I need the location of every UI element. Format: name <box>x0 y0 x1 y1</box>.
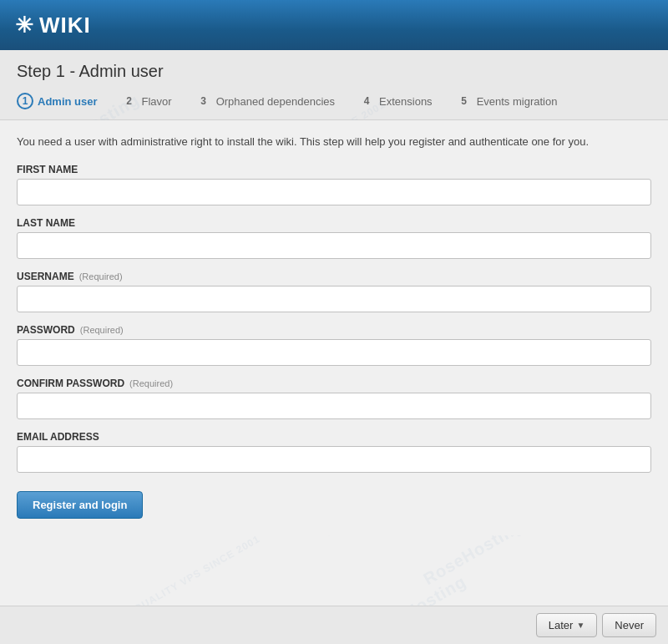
step-num: 2 <box>121 93 138 109</box>
later-label: Later <box>549 619 574 631</box>
step-item-events-migration[interactable]: 5Events migration <box>446 93 568 109</box>
step-label: Orphaned dependencies <box>216 95 335 108</box>
label-username: USERNAME (Required) <box>17 271 651 282</box>
field-confirm-password: CONFIRM PASSWORD (Required) <box>17 378 651 419</box>
field-last-name: LAST NAME <box>17 217 651 259</box>
input-username[interactable] <box>17 286 651 312</box>
input-email[interactable] <box>17 446 651 473</box>
steps-nav: 1Admin user2Flavor3Orphaned dependencies… <box>17 93 651 119</box>
username-required-tag: (Required) <box>79 271 123 281</box>
later-button[interactable]: Later ▼ <box>536 613 598 637</box>
form-area: You need a user with administrative righ… <box>0 120 668 535</box>
input-first-name[interactable] <box>17 179 651 205</box>
footer-bar: Later ▼ Never <box>0 606 668 644</box>
page-title: Step 1 - Admin user <box>17 62 651 81</box>
step-num: 1 <box>17 93 33 109</box>
step-item-flavor[interactable]: 2Flavor <box>111 93 182 109</box>
field-first-name: FIRST NAME <box>17 164 651 205</box>
never-button[interactable]: Never <box>602 613 656 637</box>
main-content: RoseHostingQUALITY VPS SINCE 2001JRoseHo… <box>0 50 668 644</box>
step-num: 3 <box>195 93 212 109</box>
step-label: Admin user <box>38 95 98 108</box>
confirm-password-required-tag: (Required) <box>129 378 173 388</box>
input-confirm-password[interactable] <box>17 393 651 419</box>
input-password[interactable] <box>17 339 651 366</box>
label-password: PASSWORD (Required) <box>17 324 651 336</box>
input-last-name[interactable] <box>17 232 651 259</box>
password-required-tag: (Required) <box>80 325 124 335</box>
info-text: You need a user with administrative righ… <box>17 134 651 150</box>
step-num: 4 <box>358 93 375 109</box>
step-item-extensions[interactable]: 4Extensions <box>348 93 443 109</box>
register-login-button[interactable]: Register and login <box>17 491 143 519</box>
step-label: Flavor <box>142 95 172 108</box>
logo-symbol: ✳ <box>15 13 34 38</box>
label-last-name: LAST NAME <box>17 217 651 229</box>
field-username: USERNAME (Required) <box>17 271 651 312</box>
step-item-admin-user[interactable]: 1Admin user <box>17 93 108 109</box>
step-label: Events migration <box>477 95 558 108</box>
watermark: QUALITY VPS SINCE 2001 <box>132 533 262 615</box>
label-first-name: FIRST NAME <box>17 164 651 175</box>
later-dropdown-arrow: ▼ <box>576 621 584 630</box>
header: ✳ WIKI <box>0 0 668 50</box>
label-email: EMAIL ADDRESS <box>17 431 651 443</box>
step-item-orphaned-dependencies[interactable]: 3Orphaned dependencies <box>185 93 345 109</box>
step-header: Step 1 - Admin user 1Admin user2Flavor3O… <box>0 50 668 120</box>
step-num: 5 <box>456 93 473 109</box>
label-confirm-password: CONFIRM PASSWORD (Required) <box>17 378 651 389</box>
logo: ✳ WIKI <box>15 13 91 38</box>
field-password: PASSWORD (Required) <box>17 324 651 366</box>
step-label: Extensions <box>379 95 433 108</box>
logo-text: WIKI <box>39 13 91 38</box>
field-email: EMAIL ADDRESS <box>17 431 651 473</box>
